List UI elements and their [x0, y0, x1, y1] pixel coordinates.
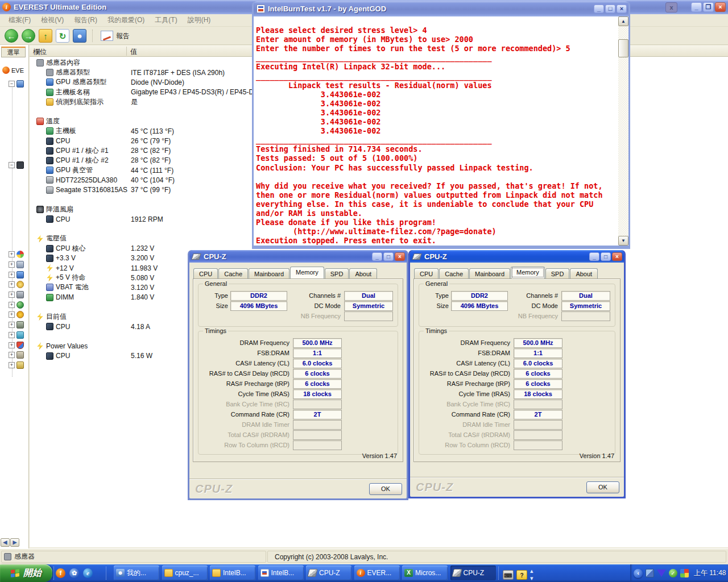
tree-item[interactable]: + [9, 291, 24, 298]
menu-item[interactable]: 檢視(V) [36, 14, 69, 26]
tree-item[interactable]: + [9, 361, 24, 369]
menu-item[interactable]: 工具(T) [150, 14, 182, 26]
menu-item[interactable]: 檔案(F) [3, 14, 36, 26]
hide-icons-chevron[interactable]: ‹ [634, 569, 643, 578]
tab-memory[interactable]: Memory [511, 267, 545, 278]
tree-item[interactable]: + [9, 321, 24, 329]
up-folder-button[interactable]: ↑ [39, 29, 52, 43]
minimize-button[interactable]: _ [589, 252, 599, 261]
console-area: Please select desired stress level> 4 En… [254, 16, 628, 246]
restore-button[interactable]: ❐ [703, 2, 714, 12]
close-button[interactable]: × [395, 252, 405, 261]
tab-mainboard[interactable]: Mainboard [249, 268, 289, 278]
expand-plus-box[interactable]: + [9, 332, 15, 338]
column-divider[interactable] [126, 47, 127, 56]
scroll-left-button[interactable]: ◀ [1, 538, 10, 547]
task-button-cpuz[interactable]: CPU-Z [306, 566, 351, 580]
tree-root-item[interactable]: EVE [2, 66, 24, 74]
cpu-icon [46, 352, 53, 360]
expand-plus-box[interactable]: + [9, 272, 15, 278]
expand-plus-box[interactable]: + [9, 251, 15, 257]
tab-cache[interactable]: Cache [439, 268, 469, 278]
column-value[interactable]: 值 [130, 47, 137, 57]
maximize-button[interactable]: □ [605, 5, 615, 13]
tree-item[interactable]: + [9, 281, 24, 288]
network-icon[interactable] [646, 569, 654, 577]
menu-item[interactable]: 說明(H) [183, 14, 216, 26]
expand-plus-box[interactable]: + [9, 292, 15, 298]
tab-cpu[interactable]: CPU [193, 268, 218, 278]
secondary-close-button[interactable]: x [665, 2, 677, 13]
task-button-intelb[interactable]: IntelB... [258, 566, 304, 580]
tab-spd[interactable]: SPD [545, 268, 570, 278]
tree-item[interactable]: + [9, 342, 24, 349]
tab-memory[interactable]: Memory [290, 267, 324, 278]
expand-plus-box[interactable]: + [9, 311, 15, 318]
menu-item[interactable]: 報告(R) [69, 14, 102, 26]
expand-plus-box[interactable]: + [9, 302, 15, 308]
maximize-button[interactable]: □ [601, 252, 611, 261]
tab-cpu[interactable]: CPU [414, 268, 439, 278]
expand-plus-box[interactable]: + [9, 322, 15, 328]
sidebar-tab-menu[interactable]: 選單 [1, 47, 26, 57]
back-button[interactable]: ← [5, 29, 18, 43]
ime-keyboard-icon[interactable]: ⌨ [503, 570, 514, 580]
ie-icon[interactable]: e [83, 568, 93, 578]
expand-plus-box[interactable]: + [9, 281, 15, 288]
close-button[interactable]: × [617, 5, 627, 13]
column-field[interactable]: 欄位 [33, 47, 47, 57]
expand-plus-box[interactable]: + [9, 342, 15, 348]
expand-plus-box[interactable]: + [9, 362, 15, 368]
tab-about[interactable]: About [570, 268, 598, 278]
scroll-down-button[interactable]: ▼ [618, 236, 628, 246]
ok-button[interactable]: OK [586, 481, 619, 493]
expand-plus-box[interactable]: + [9, 261, 15, 268]
task-button-micros[interactable]: XMicros... [402, 566, 448, 580]
msn-icon[interactable]: ✿ [69, 568, 79, 578]
expand-plus-box[interactable]: + [9, 352, 15, 358]
minimize-button[interactable]: _ [594, 5, 604, 13]
minimize-button[interactable]: _ [691, 2, 702, 12]
ok-button[interactable]: OK [369, 483, 402, 495]
forward-button[interactable]: → [22, 29, 35, 43]
scroll-thumb[interactable] [618, 39, 628, 57]
users-button[interactable]: ☻☻ [73, 29, 86, 43]
task-button-cpuz[interactable]: cpuz_... [162, 566, 208, 580]
tree-item[interactable]: + [9, 351, 24, 359]
task-button-intelb[interactable]: IntelB... [210, 566, 255, 580]
report-button[interactable]: 報告 [98, 30, 134, 42]
scroll-up-button[interactable]: ▲ [618, 16, 628, 26]
tab-about[interactable]: About [349, 268, 377, 278]
bittorrent-icon[interactable] [657, 569, 666, 577]
tree-item[interactable]: + [9, 271, 24, 278]
expand-minus-box[interactable]: − [9, 81, 15, 87]
tree-item[interactable]: + [9, 311, 24, 318]
tree-item[interactable]: − [9, 80, 24, 88]
tab-cache[interactable]: Cache [218, 268, 248, 278]
tree-item[interactable]: + [9, 301, 24, 309]
tree-item[interactable]: + [9, 251, 24, 258]
close-button[interactable]: × [612, 252, 622, 261]
ime-help-icon[interactable]: ? [516, 570, 527, 580]
refresh-button[interactable]: ↻ [56, 29, 69, 43]
antivirus-icon[interactable]: ✓ [669, 569, 677, 577]
tree-item[interactable]: + [9, 331, 24, 339]
firefox-icon[interactable]: f [56, 568, 65, 578]
tab-spd[interactable]: SPD [325, 268, 349, 278]
console-scrollbar[interactable]: ▲ ▼ [618, 16, 628, 246]
menu-item[interactable]: 我的最愛(O) [102, 14, 150, 26]
color-manager-icon[interactable] [680, 569, 689, 577]
expand-minus-box[interactable]: − [9, 162, 15, 168]
task-button-ever[interactable]: iEVER... [354, 566, 400, 580]
task-button-[interactable]: ☻我的... [114, 566, 159, 580]
maximize-button[interactable]: □ [383, 252, 394, 261]
close-button[interactable]: × [715, 2, 726, 12]
tab-mainboard[interactable]: Mainboard [469, 268, 510, 278]
ime-options-chevron-icon[interactable]: ▴▾ [530, 567, 533, 582]
start-button[interactable]: 開始 [0, 564, 52, 582]
tree-item[interactable]: − [9, 161, 24, 169]
minimize-button[interactable]: _ [372, 252, 382, 261]
task-button-cpuz[interactable]: CPU-Z [450, 566, 496, 580]
scroll-right-button[interactable]: ▶ [10, 538, 19, 547]
tree-item[interactable]: + [9, 261, 24, 268]
